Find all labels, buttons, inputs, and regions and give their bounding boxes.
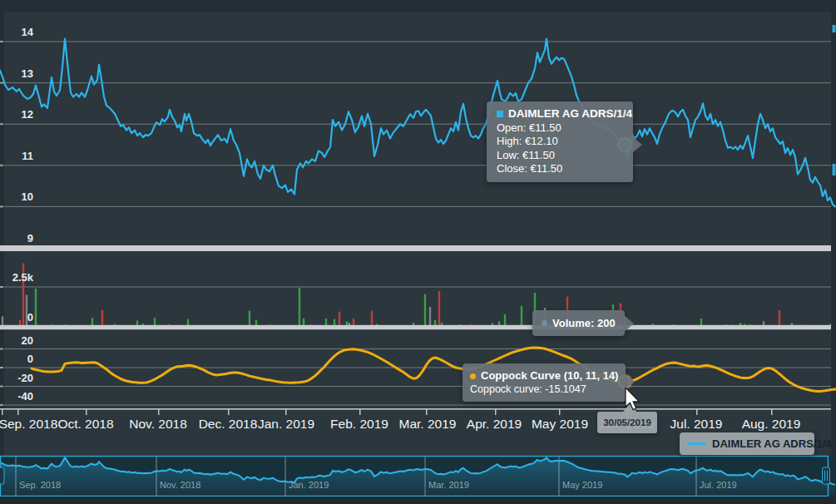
coppock-tooltip-title: Coppock Curve (10, 11, 14) [481,369,618,383]
price-tooltip-close: Close: €11.50 [497,162,623,176]
volume-bar [424,294,426,327]
price-axis-label: 10 [0,190,33,203]
x-axis-label: Feb. 2019 [330,417,388,432]
month-tick [495,408,497,415]
month-tick [426,408,428,415]
coppock-axis-label: 0 [0,353,33,365]
x-axis-line [0,408,831,410]
navigator-axis-label: Nov. 2018 [160,480,200,490]
price-tooltip-pointer [632,136,642,153]
price-axis-label: 14 [0,26,33,38]
price-tooltip-title: DAIMLER AG ADRS/1/4 [508,107,632,121]
coppock-axis-label: 20 [0,334,33,347]
x-axis-label: Sep. 2018 [0,417,57,432]
volume-tooltip-pointer [624,315,634,332]
price-tooltip-open: Open: €11.50 [497,121,623,136]
y-axis-tick [0,41,3,42]
x-axis-label: Apr. 2019 [467,417,522,432]
coppock-bullet-icon [470,373,476,379]
price-tooltip-high: High: €12.10 [497,135,623,149]
volume-bar [429,307,431,327]
price-axis-label: 12 [0,108,33,121]
y-axis-tick [0,386,3,388]
volume-bar [371,311,373,327]
volume-bar [438,291,440,327]
navigator-right-handle[interactable] [823,467,830,484]
volume-bar [339,312,340,327]
x-axis-label: Oct. 2018 [57,417,113,432]
x-axis-label: May 2019 [532,417,588,432]
volume-bar [779,310,780,327]
month-tick [285,408,287,415]
price-axis-label: 13 [0,67,33,80]
y-axis-tick [0,404,3,406]
navigator-left-handle[interactable] [0,467,4,484]
coppock-series-line [32,348,836,392]
series-legend-badge[interactable]: DAIMLER AG ADRS/1/4 [680,432,814,455]
volume-bar [504,314,506,327]
month-tick [696,408,698,415]
navigator-axis-label: Jul. 2019 [700,480,737,490]
price-axis-label: 9 [0,232,33,245]
coppock-axis-label: -20 [0,372,33,384]
month-tick [228,408,230,415]
right-scroll-grip [833,25,836,32]
navigator-axis-label: May 2019 [562,480,602,490]
price-tooltip-low: Low: €11.50 [497,149,623,163]
coppock-axis-label: -40 [0,390,33,403]
pane-separator-price-volume[interactable] [0,245,831,251]
x-axis-label: Jan. 2019 [258,417,314,432]
navigator-axis-label: Jan. 2019 [289,480,329,490]
coppock-tooltip: Coppock Curve (10, 11, 14) Coppock curve… [463,363,626,402]
date-axis-tooltip: 30/05/2019 [597,412,657,433]
y-axis-tick [0,82,3,84]
volume-bar [299,288,300,327]
y-axis-tick [0,165,3,166]
month-tick [559,408,561,415]
coppock-tooltip-value: Coppock curve: -15.1047 [470,383,618,396]
x-axis-label: Aug. 2019 [742,417,801,432]
navigator-axis-label: Mar. 2019 [428,480,469,490]
x-axis-label: Nov. 2018 [129,417,187,432]
month-tick [86,408,87,415]
y-axis-tick [0,205,3,207]
legend-line-sample-icon [688,442,706,445]
volume-bar [521,306,522,327]
top-frame-strip [0,0,836,12]
price-tooltip: DAIMLER AG ADRS/1/4 Open: €11.50 High: €… [487,101,633,182]
x-axis-label: Mar. 2019 [399,417,457,432]
x-axis-label: Dec. 2018 [199,417,258,432]
y-axis-tick [0,123,3,125]
volume-axis-label: 0 [0,311,33,324]
volume-bullet-icon [542,320,547,326]
x-axis-label: Jul. 2019 [670,417,723,432]
legend-label: DAIMLER AG ADRS/1/4 [712,437,832,450]
date-axis-tooltip-label: 30/05/2019 [603,418,651,427]
volume-bar [35,289,37,327]
volume-tooltip: Volume: 200 [532,310,625,336]
y-axis-tick [0,367,3,368]
month-tick [359,408,361,415]
right-scroll-grip [833,164,836,175]
month-tick [771,408,773,415]
month-tick [17,408,19,415]
price-axis-label: 11 [0,150,33,162]
series-bullet-icon [497,111,503,117]
volume-bar [101,310,103,327]
bottom-frame-strip [0,497,836,504]
volume-bar [249,311,250,327]
y-axis-tick [0,348,3,350]
navigator-axis-label: Sep. 2018 [19,480,61,490]
volume-axis-label: 2.5k [0,271,33,284]
mouse-cursor-icon [625,388,643,413]
volume-tooltip-label: Volume: 200 [552,317,616,329]
month-tick [2,408,3,415]
pane-separator-volume-coppock[interactable] [0,325,831,329]
price-series-line [0,39,835,207]
y-axis-tick [0,286,3,288]
month-tick [158,408,160,415]
stock-chart-app: 141312111092.5k0200-20-40Sep. 2018Oct. 2… [0,0,836,504]
